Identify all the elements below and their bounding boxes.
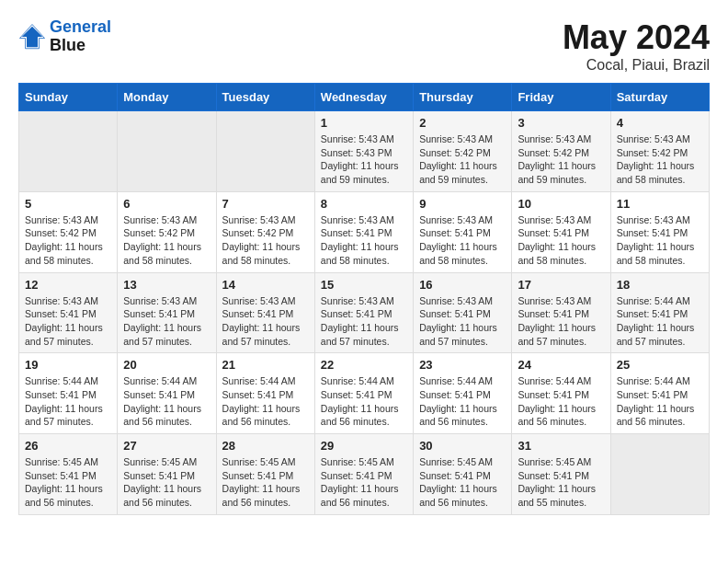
day-info: Sunrise: 5:44 AM Sunset: 5:41 PM Dayligh… bbox=[25, 374, 111, 429]
calendar-cell: 25Sunrise: 5:44 AM Sunset: 5:41 PM Dayli… bbox=[610, 353, 709, 434]
calendar-cell: 11Sunrise: 5:43 AM Sunset: 5:41 PM Dayli… bbox=[610, 191, 709, 272]
day-number: 19 bbox=[25, 358, 111, 372]
calendar-cell: 13Sunrise: 5:43 AM Sunset: 5:41 PM Dayli… bbox=[118, 272, 216, 353]
calendar-cell: 18Sunrise: 5:44 AM Sunset: 5:41 PM Dayli… bbox=[610, 272, 709, 353]
calendar-cell: 2Sunrise: 5:43 AM Sunset: 5:42 PM Daylig… bbox=[414, 111, 512, 192]
day-info: Sunrise: 5:43 AM Sunset: 5:41 PM Dayligh… bbox=[518, 213, 604, 268]
day-info: Sunrise: 5:43 AM Sunset: 5:41 PM Dayligh… bbox=[222, 294, 309, 349]
location-subtitle: Cocal, Piaui, Brazil bbox=[563, 57, 710, 74]
calendar-cell: 8Sunrise: 5:43 AM Sunset: 5:41 PM Daylig… bbox=[314, 191, 413, 272]
day-info: Sunrise: 5:45 AM Sunset: 5:41 PM Dayligh… bbox=[123, 455, 210, 510]
logo-blue: Blue bbox=[50, 37, 111, 55]
day-info: Sunrise: 5:45 AM Sunset: 5:41 PM Dayligh… bbox=[321, 455, 407, 510]
logo-general: General bbox=[50, 17, 111, 36]
calendar-cell: 20Sunrise: 5:44 AM Sunset: 5:41 PM Dayli… bbox=[118, 353, 216, 434]
weekday-header-monday: Monday bbox=[118, 84, 216, 111]
day-number: 31 bbox=[518, 439, 604, 453]
day-info: Sunrise: 5:43 AM Sunset: 5:42 PM Dayligh… bbox=[123, 213, 210, 268]
calendar-cell: 19Sunrise: 5:44 AM Sunset: 5:41 PM Dayli… bbox=[19, 353, 118, 434]
day-info: Sunrise: 5:44 AM Sunset: 5:41 PM Dayligh… bbox=[617, 294, 703, 349]
calendar-cell: 3Sunrise: 5:43 AM Sunset: 5:42 PM Daylig… bbox=[512, 111, 610, 192]
day-number: 14 bbox=[222, 278, 309, 292]
month-title: May 2024 bbox=[563, 18, 710, 57]
day-info: Sunrise: 5:43 AM Sunset: 5:42 PM Dayligh… bbox=[222, 213, 309, 268]
calendar-week-row: 26Sunrise: 5:45 AM Sunset: 5:41 PM Dayli… bbox=[19, 434, 710, 515]
calendar-cell: 21Sunrise: 5:44 AM Sunset: 5:41 PM Dayli… bbox=[216, 353, 314, 434]
calendar-cell bbox=[118, 111, 216, 192]
weekday-header-row: SundayMondayTuesdayWednesdayThursdayFrid… bbox=[19, 84, 710, 111]
calendar-cell: 30Sunrise: 5:45 AM Sunset: 5:41 PM Dayli… bbox=[414, 434, 512, 515]
day-info: Sunrise: 5:43 AM Sunset: 5:41 PM Dayligh… bbox=[321, 294, 407, 349]
day-info: Sunrise: 5:43 AM Sunset: 5:41 PM Dayligh… bbox=[25, 294, 111, 349]
day-number: 8 bbox=[321, 197, 407, 211]
calendar-cell bbox=[610, 434, 709, 515]
day-number: 11 bbox=[617, 197, 703, 211]
day-number: 6 bbox=[123, 197, 210, 211]
day-number: 5 bbox=[25, 197, 111, 211]
day-number: 20 bbox=[123, 358, 210, 372]
day-number: 4 bbox=[617, 116, 703, 130]
weekday-header-tuesday: Tuesday bbox=[216, 84, 314, 111]
calendar-cell: 26Sunrise: 5:45 AM Sunset: 5:41 PM Dayli… bbox=[19, 434, 118, 515]
title-block: May 2024 Cocal, Piaui, Brazil bbox=[563, 18, 710, 74]
day-number: 25 bbox=[617, 358, 703, 372]
day-info: Sunrise: 5:44 AM Sunset: 5:41 PM Dayligh… bbox=[321, 374, 407, 429]
day-info: Sunrise: 5:44 AM Sunset: 5:41 PM Dayligh… bbox=[222, 374, 309, 429]
day-number: 9 bbox=[419, 197, 506, 211]
day-number: 29 bbox=[321, 439, 407, 453]
day-info: Sunrise: 5:43 AM Sunset: 5:41 PM Dayligh… bbox=[518, 294, 604, 349]
day-info: Sunrise: 5:44 AM Sunset: 5:41 PM Dayligh… bbox=[617, 374, 703, 429]
day-info: Sunrise: 5:43 AM Sunset: 5:42 PM Dayligh… bbox=[419, 132, 506, 187]
calendar-cell: 1Sunrise: 5:43 AM Sunset: 5:43 PM Daylig… bbox=[314, 111, 413, 192]
calendar-cell bbox=[216, 111, 314, 192]
weekday-header-friday: Friday bbox=[512, 84, 610, 111]
calendar-cell: 27Sunrise: 5:45 AM Sunset: 5:41 PM Dayli… bbox=[118, 434, 216, 515]
day-info: Sunrise: 5:45 AM Sunset: 5:41 PM Dayligh… bbox=[25, 455, 111, 510]
calendar-cell: 23Sunrise: 5:44 AM Sunset: 5:41 PM Dayli… bbox=[414, 353, 512, 434]
calendar-cell: 17Sunrise: 5:43 AM Sunset: 5:41 PM Dayli… bbox=[512, 272, 610, 353]
day-info: Sunrise: 5:43 AM Sunset: 5:41 PM Dayligh… bbox=[419, 294, 506, 349]
day-info: Sunrise: 5:45 AM Sunset: 5:41 PM Dayligh… bbox=[222, 455, 309, 510]
calendar-cell: 22Sunrise: 5:44 AM Sunset: 5:41 PM Dayli… bbox=[314, 353, 413, 434]
day-number: 24 bbox=[518, 358, 604, 372]
calendar-week-row: 12Sunrise: 5:43 AM Sunset: 5:41 PM Dayli… bbox=[19, 272, 710, 353]
day-number: 21 bbox=[222, 358, 309, 372]
day-number: 2 bbox=[419, 116, 506, 130]
calendar-cell: 28Sunrise: 5:45 AM Sunset: 5:41 PM Dayli… bbox=[216, 434, 314, 515]
calendar-cell: 5Sunrise: 5:43 AM Sunset: 5:42 PM Daylig… bbox=[19, 191, 118, 272]
calendar-week-row: 1Sunrise: 5:43 AM Sunset: 5:43 PM Daylig… bbox=[19, 111, 710, 192]
calendar-cell: 10Sunrise: 5:43 AM Sunset: 5:41 PM Dayli… bbox=[512, 191, 610, 272]
day-number: 23 bbox=[419, 358, 506, 372]
calendar-cell bbox=[19, 111, 118, 192]
calendar-cell: 12Sunrise: 5:43 AM Sunset: 5:41 PM Dayli… bbox=[19, 272, 118, 353]
calendar-table: SundayMondayTuesdayWednesdayThursdayFrid… bbox=[18, 83, 710, 515]
weekday-header-sunday: Sunday bbox=[19, 84, 118, 111]
weekday-header-thursday: Thursday bbox=[414, 84, 512, 111]
day-number: 12 bbox=[25, 278, 111, 292]
page-header: General Blue May 2024 Cocal, Piaui, Braz… bbox=[18, 18, 710, 74]
weekday-header-saturday: Saturday bbox=[610, 84, 709, 111]
calendar-cell: 6Sunrise: 5:43 AM Sunset: 5:42 PM Daylig… bbox=[118, 191, 216, 272]
day-info: Sunrise: 5:45 AM Sunset: 5:41 PM Dayligh… bbox=[518, 455, 604, 510]
day-info: Sunrise: 5:43 AM Sunset: 5:42 PM Dayligh… bbox=[617, 132, 703, 187]
calendar-cell: 14Sunrise: 5:43 AM Sunset: 5:41 PM Dayli… bbox=[216, 272, 314, 353]
calendar-cell: 31Sunrise: 5:45 AM Sunset: 5:41 PM Dayli… bbox=[512, 434, 610, 515]
day-number: 10 bbox=[518, 197, 604, 211]
calendar-cell: 16Sunrise: 5:43 AM Sunset: 5:41 PM Dayli… bbox=[414, 272, 512, 353]
calendar-cell: 24Sunrise: 5:44 AM Sunset: 5:41 PM Dayli… bbox=[512, 353, 610, 434]
logo: General Blue bbox=[18, 18, 111, 55]
day-info: Sunrise: 5:43 AM Sunset: 5:42 PM Dayligh… bbox=[25, 213, 111, 268]
day-info: Sunrise: 5:43 AM Sunset: 5:42 PM Dayligh… bbox=[518, 132, 604, 187]
day-number: 26 bbox=[25, 439, 111, 453]
day-info: Sunrise: 5:43 AM Sunset: 5:43 PM Dayligh… bbox=[321, 132, 407, 187]
calendar-week-row: 5Sunrise: 5:43 AM Sunset: 5:42 PM Daylig… bbox=[19, 191, 710, 272]
weekday-header-wednesday: Wednesday bbox=[314, 84, 413, 111]
day-number: 18 bbox=[617, 278, 703, 292]
calendar-week-row: 19Sunrise: 5:44 AM Sunset: 5:41 PM Dayli… bbox=[19, 353, 710, 434]
day-number: 7 bbox=[222, 197, 309, 211]
calendar-cell: 7Sunrise: 5:43 AM Sunset: 5:42 PM Daylig… bbox=[216, 191, 314, 272]
day-info: Sunrise: 5:44 AM Sunset: 5:41 PM Dayligh… bbox=[419, 374, 506, 429]
day-number: 13 bbox=[123, 278, 210, 292]
calendar-cell: 9Sunrise: 5:43 AM Sunset: 5:41 PM Daylig… bbox=[414, 191, 512, 272]
day-info: Sunrise: 5:44 AM Sunset: 5:41 PM Dayligh… bbox=[518, 374, 604, 429]
